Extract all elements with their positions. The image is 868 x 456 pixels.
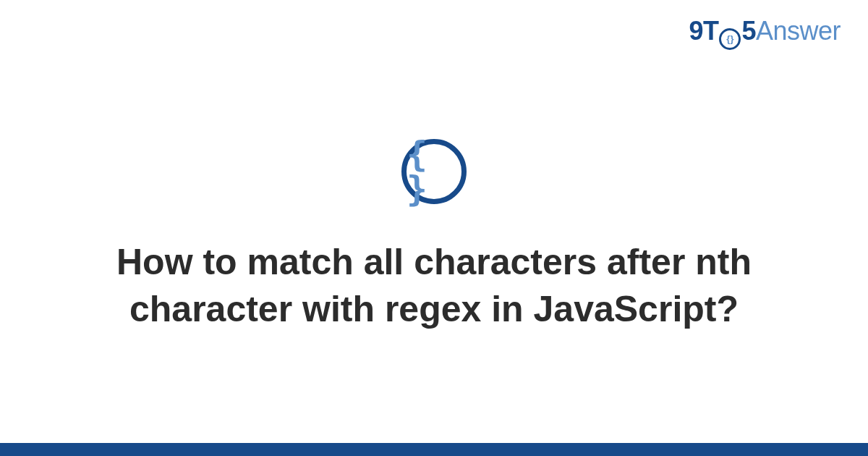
code-braces-icon: { } [407,137,461,206]
topic-icon-circle: { } [401,139,467,204]
main-content: { } How to match all characters after nt… [0,0,868,443]
question-title: How to match all characters after nth ch… [72,239,796,333]
footer-accent-bar [0,443,868,456]
